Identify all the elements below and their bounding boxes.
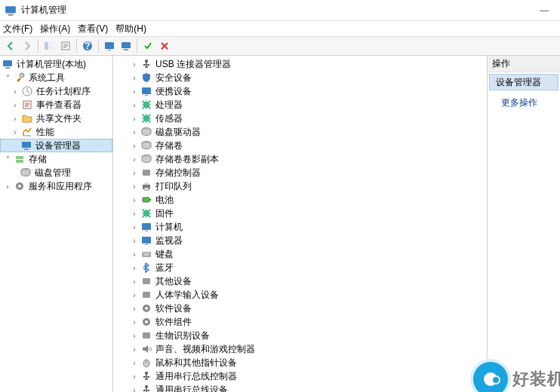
expander-icon[interactable]: › <box>130 304 139 313</box>
expander-icon[interactable]: › <box>130 263 139 272</box>
device-category[interactable]: ›其他设备 <box>113 274 487 288</box>
node-root[interactable]: 计算机管理(本地) <box>0 57 112 71</box>
device-icon <box>140 275 152 287</box>
device-category[interactable]: ›磁盘驱动器 <box>113 125 487 139</box>
console-tree[interactable]: 计算机管理(本地) ˅ 系统工具 › <box>0 56 113 392</box>
menubar: 文件(F) 操作(A) 查看(V) 帮助(H) <box>0 21 560 36</box>
expander-icon[interactable]: › <box>130 290 139 299</box>
refresh-button[interactable] <box>118 38 134 54</box>
device-category[interactable]: ›通用串行总线设备 <box>113 383 487 392</box>
expander-icon[interactable]: › <box>130 195 139 204</box>
menu-help[interactable]: 帮助(H) <box>115 23 146 35</box>
node-storage[interactable]: ˅ 存储 <box>0 152 112 166</box>
actions-section[interactable]: 设备管理器 <box>489 74 558 90</box>
device-category[interactable]: ›监视器 <box>113 234 487 247</box>
expander-icon[interactable]: › <box>130 60 139 69</box>
expander-icon[interactable]: › <box>3 182 12 191</box>
expander-icon[interactable]: › <box>130 222 139 231</box>
node-system-tools[interactable]: ˅ 系统工具 <box>0 71 112 84</box>
menu-file[interactable]: 文件(F) <box>3 23 32 35</box>
expander-icon[interactable]: › <box>130 141 139 150</box>
expander-icon[interactable]: › <box>130 345 139 354</box>
expander-icon[interactable]: ˅ <box>3 73 12 82</box>
expander-icon[interactable]: › <box>130 209 139 218</box>
expander-icon[interactable]: › <box>130 182 139 191</box>
help-button[interactable]: ? <box>80 38 95 54</box>
device-category[interactable]: ›软件组件 <box>113 315 487 329</box>
expander-icon[interactable]: › <box>130 317 139 326</box>
device-category[interactable]: ›存储卷卷影副本 <box>113 152 487 166</box>
node-root-label: 计算机管理(本地) <box>15 58 86 71</box>
node-device-manager[interactable]: 设备管理器 <box>0 139 112 152</box>
expander-icon[interactable]: › <box>130 236 139 245</box>
device-category[interactable]: ›通用串行总线控制器 <box>113 369 487 383</box>
enable-button[interactable] <box>140 38 155 54</box>
node-performance[interactable]: › 性能 <box>0 125 112 139</box>
device-label: 通用串行总线控制器 <box>154 370 237 383</box>
device-category[interactable]: ›打印队列 <box>113 179 487 193</box>
device-category[interactable]: ›软件设备 <box>113 302 487 315</box>
expander-icon[interactable]: › <box>130 114 139 123</box>
node-event-viewer[interactable]: › 事件查看器 <box>0 98 112 112</box>
svg-text:?: ? <box>85 41 90 51</box>
menu-action[interactable]: 操作(A) <box>40 23 70 35</box>
services-icon <box>14 180 26 192</box>
device-category[interactable]: ›声音、视频和游戏控制器 <box>113 342 487 356</box>
expander-icon[interactable]: ˅ <box>3 155 12 164</box>
device-tree[interactable]: ›USB 连接器管理器›安全设备›便携设备›处理器›传感器›磁盘驱动器›存储卷›… <box>113 56 488 392</box>
device-label: 存储控制器 <box>154 167 201 179</box>
expander-icon[interactable]: › <box>130 372 139 381</box>
device-category[interactable]: ›键盘 <box>113 247 487 261</box>
expander-icon[interactable]: › <box>130 168 139 177</box>
expander-icon[interactable]: › <box>11 114 20 123</box>
expander-icon[interactable]: › <box>130 277 139 286</box>
nav-back-button[interactable] <box>3 38 18 54</box>
device-icon <box>140 302 152 314</box>
device-category[interactable]: ›处理器 <box>113 98 487 112</box>
device-category[interactable]: ›安全设备 <box>113 71 487 84</box>
expander-icon[interactable]: › <box>130 331 139 340</box>
device-icon <box>140 139 152 152</box>
menu-view[interactable]: 查看(V) <box>78 23 108 35</box>
expander-icon[interactable]: › <box>130 385 139 392</box>
node-disk-mgmt[interactable]: 磁盘管理 <box>0 166 112 179</box>
expander-icon[interactable]: › <box>130 73 139 82</box>
device-category[interactable]: ›电池 <box>113 193 487 207</box>
expander-icon[interactable]: › <box>130 250 139 259</box>
device-category[interactable]: ›传感器 <box>113 112 487 125</box>
device-category[interactable]: ›人体学输入设备 <box>113 288 487 302</box>
expander-icon[interactable]: › <box>11 127 20 136</box>
device-category[interactable]: ›蓝牙 <box>113 261 487 274</box>
more-actions-link[interactable]: 更多操作 <box>488 92 560 114</box>
show-hide-tree-button[interactable] <box>42 38 57 54</box>
expander-icon[interactable]: › <box>130 87 139 96</box>
device-category[interactable]: ›便携设备 <box>113 84 487 98</box>
expander-icon[interactable]: › <box>11 100 20 109</box>
device-label: 存储卷 <box>154 139 183 152</box>
actions-pane: 操作 设备管理器 更多操作 <box>488 56 560 392</box>
expander-icon[interactable]: › <box>130 155 139 164</box>
properties-button[interactable] <box>58 38 73 54</box>
label: 设备管理器 <box>34 139 81 152</box>
device-category[interactable]: ›鼠标和其他指针设备 <box>113 356 487 369</box>
disable-button[interactable] <box>157 38 172 54</box>
device-category[interactable]: ›存储控制器 <box>113 166 487 179</box>
perf-icon <box>21 126 33 138</box>
device-icon <box>140 248 152 260</box>
node-task-scheduler[interactable]: › 任务计划程序 <box>0 84 112 98</box>
expander-icon[interactable]: › <box>11 87 20 96</box>
device-category[interactable]: ›生物识别设备 <box>113 329 487 342</box>
device-category[interactable]: ›计算机 <box>113 220 487 234</box>
node-services[interactable]: › 服务和应用程序 <box>0 179 112 193</box>
nav-fwd-button[interactable] <box>20 38 35 54</box>
device-category[interactable]: ›固件 <box>113 207 487 220</box>
label: 服务和应用程序 <box>27 180 92 193</box>
device-category[interactable]: ›USB 连接器管理器 <box>113 57 487 71</box>
expander-icon[interactable]: › <box>130 358 139 367</box>
minimize-button[interactable]: — <box>533 5 555 16</box>
expander-icon[interactable]: › <box>130 100 139 109</box>
device-category[interactable]: ›存储卷 <box>113 139 487 152</box>
scan-button[interactable] <box>102 38 117 54</box>
node-shared-folders[interactable]: › 共享文件夹 <box>0 112 112 125</box>
expander-icon[interactable]: › <box>130 127 139 136</box>
